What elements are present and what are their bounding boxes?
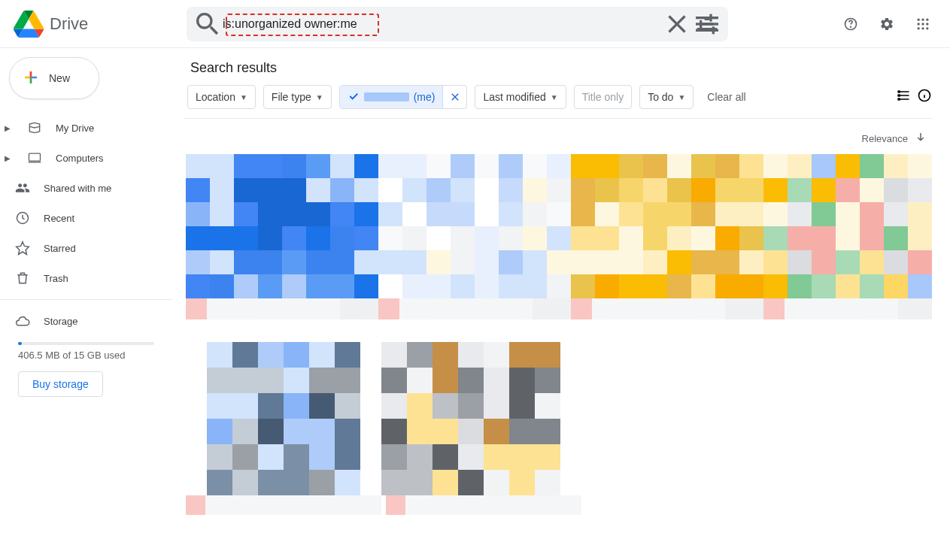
- sort-control[interactable]: Relevance: [184, 119, 932, 154]
- my-drive-icon: [27, 120, 42, 135]
- thumbnail-caption: [763, 298, 932, 319]
- plus-icon: [22, 68, 40, 89]
- clear-search-icon[interactable]: [662, 9, 692, 39]
- svg-rect-1: [696, 23, 718, 25]
- sidebar-item-label: Trash: [44, 273, 68, 284]
- sidebar: New ▶ My Drive ▶ Computers Shared with m…: [0, 48, 172, 560]
- result-thumbnail[interactable]: [381, 342, 560, 495]
- thumbnail-caption: [186, 298, 378, 319]
- sidebar-item-shared[interactable]: Shared with me: [0, 173, 172, 203]
- main-content: Search results Location▼ File type▼ (me)…: [172, 48, 950, 560]
- chevron-down-icon: ▼: [678, 93, 685, 101]
- thumbnail-caption: [378, 298, 571, 319]
- caret-icon: ▶: [5, 154, 14, 162]
- result-thumbnail[interactable]: [571, 154, 763, 298]
- app-header: Drive: [0, 0, 950, 48]
- cloud-icon: [15, 313, 30, 328]
- result-thumbnail[interactable]: [378, 154, 571, 298]
- svg-point-8: [918, 18, 920, 20]
- check-icon: [348, 90, 360, 104]
- svg-point-12: [921, 23, 924, 25]
- filter-location[interactable]: Location▼: [187, 85, 256, 109]
- result-thumbnail[interactable]: [763, 154, 932, 298]
- details-button[interactable]: [917, 88, 932, 106]
- svg-rect-0: [696, 17, 718, 19]
- new-button[interactable]: New: [9, 57, 99, 99]
- caret-icon: ▶: [5, 124, 14, 132]
- svg-point-11: [918, 23, 920, 25]
- recent-icon: [15, 210, 30, 226]
- filter-bar: Location▼ File type▼ (me) Last modified▼…: [184, 85, 932, 109]
- result-thumbnail[interactable]: [186, 154, 378, 298]
- redacted-owner-name: [364, 92, 409, 101]
- svg-rect-3: [709, 14, 712, 21]
- buy-storage-button[interactable]: Buy storage: [18, 371, 103, 397]
- header-actions: [836, 9, 944, 39]
- search-input[interactable]: [223, 17, 662, 31]
- filter-todo[interactable]: To do▼: [639, 85, 694, 109]
- svg-point-14: [918, 27, 920, 29]
- svg-rect-4: [700, 20, 702, 28]
- svg-point-13: [926, 23, 928, 25]
- svg-rect-5: [712, 26, 715, 34]
- search-options-icon[interactable]: [692, 9, 722, 39]
- sidebar-item-my-drive[interactable]: ▶ My Drive: [0, 113, 172, 143]
- sidebar-item-trash[interactable]: Trash: [0, 263, 172, 293]
- svg-rect-19: [898, 90, 900, 92]
- filter-owner-active[interactable]: (me): [339, 85, 468, 109]
- starred-icon: [15, 241, 30, 256]
- svg-rect-2: [696, 29, 718, 31]
- sidebar-nav: ▶ My Drive ▶ Computers Shared with me Re…: [0, 113, 172, 397]
- svg-point-9: [921, 18, 924, 20]
- page-title: Search results: [184, 60, 932, 76]
- chevron-down-icon: ▼: [240, 93, 247, 101]
- svg-point-7: [851, 26, 851, 27]
- sidebar-item-label: Recent: [44, 213, 74, 224]
- thumbnail-caption: [386, 495, 581, 515]
- filter-last-modified[interactable]: Last modified▼: [475, 85, 566, 109]
- arrow-down-icon: [914, 131, 927, 147]
- clear-all-button[interactable]: Clear all: [707, 91, 745, 103]
- trash-icon: [15, 271, 30, 286]
- logo-area[interactable]: Drive: [6, 9, 187, 39]
- filter-file-type[interactable]: File type▼: [263, 85, 332, 109]
- filter-title-only[interactable]: Title only: [574, 85, 633, 109]
- sidebar-item-computers[interactable]: ▶ Computers: [0, 143, 172, 173]
- new-button-label: New: [49, 72, 70, 84]
- chevron-down-icon: ▼: [551, 93, 558, 101]
- storage-bar: [18, 342, 154, 345]
- settings-button[interactable]: [872, 9, 902, 39]
- svg-rect-21: [898, 98, 900, 100]
- sidebar-item-label: Shared with me: [44, 183, 111, 194]
- search-icon[interactable]: [193, 9, 223, 39]
- svg-rect-17: [29, 153, 41, 161]
- sidebar-item-label: Starred: [44, 243, 76, 254]
- sidebar-item-recent[interactable]: Recent: [0, 203, 172, 233]
- storage-text: 406.5 MB of 15 GB used: [18, 350, 172, 361]
- apps-button[interactable]: [908, 9, 938, 39]
- svg-point-15: [921, 27, 924, 29]
- results-grid: [184, 154, 932, 515]
- sort-label: Relevance: [862, 133, 908, 144]
- sidebar-item-label: My Drive: [56, 123, 94, 134]
- list-view-button[interactable]: [896, 88, 911, 106]
- sidebar-item-label: Storage: [44, 316, 78, 327]
- svg-point-10: [926, 18, 928, 20]
- app-name: Drive: [50, 14, 88, 34]
- result-thumbnail[interactable]: [207, 342, 360, 495]
- thumbnail-caption: [186, 495, 381, 515]
- sidebar-item-storage[interactable]: Storage: [0, 306, 172, 336]
- computers-icon: [27, 150, 42, 165]
- svg-point-16: [926, 27, 928, 29]
- drive-logo-icon: [14, 9, 44, 39]
- divider: [0, 299, 172, 300]
- sidebar-item-label: Computers: [56, 153, 104, 164]
- clear-owner-filter[interactable]: [442, 86, 466, 108]
- chevron-down-icon: ▼: [316, 93, 323, 101]
- search-bar: [187, 7, 728, 41]
- support-button[interactable]: [836, 9, 866, 39]
- svg-rect-20: [898, 94, 900, 96]
- sidebar-item-starred[interactable]: Starred: [0, 233, 172, 263]
- shared-icon: [15, 180, 30, 195]
- thumbnail-caption: [571, 298, 763, 319]
